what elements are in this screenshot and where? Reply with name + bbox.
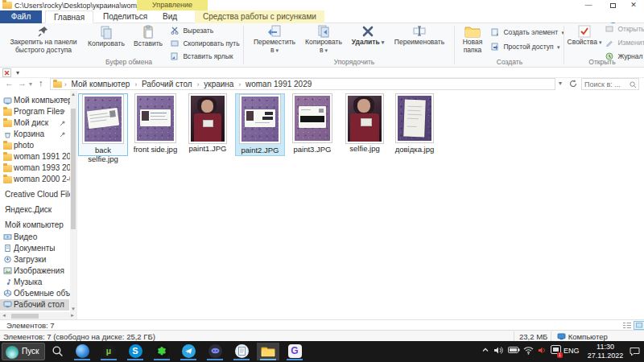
paste-button[interactable]: Вставить: [129, 25, 167, 48]
breadcrumb-item[interactable]: Мой компьютер: [69, 79, 133, 89]
restore-button[interactable]: [602, 0, 623, 10]
sidebar-item-pictures[interactable]: Изображения: [0, 265, 69, 277]
easy-access-button[interactable]: Простой доступ: [491, 43, 560, 51]
copy-path-button[interactable]: Скопировать путь: [171, 39, 240, 47]
file-back-selfie[interactable]: back selfie.jpg: [78, 93, 128, 156]
sidebar-item-recycle-bin[interactable]: Корзина: [0, 129, 69, 140]
file-paint1[interactable]: paint1.JPG: [183, 93, 233, 156]
copy-to-button[interactable]: Копировать в: [299, 25, 348, 54]
taskbar-search-icon[interactable]: [52, 345, 64, 357]
taskbar-app-g[interactable]: G: [283, 343, 306, 360]
sidebar-item-videos[interactable]: Видео: [0, 232, 69, 243]
tab-file[interactable]: Файл: [0, 10, 42, 23]
new-folder-button[interactable]: Новая папка: [457, 25, 488, 54]
taskbar-app-skype[interactable]: S: [124, 343, 147, 360]
action-center-icon[interactable]: [630, 347, 640, 356]
breadcrumb-item[interactable]: woman 1991 2029: [243, 79, 314, 89]
sidebar-item-photo[interactable]: photo: [0, 140, 69, 151]
computer-icon: [557, 333, 566, 340]
taskbar-app-telegram[interactable]: [177, 343, 200, 360]
items-count-full: Элементов: 7 (свободно на диске: 25,2 ГБ…: [3, 332, 155, 341]
notification-app-icon[interactable]: 1: [551, 345, 561, 356]
scroll-left-icon[interactable]: ◄: [1, 313, 7, 318]
taskbar-app-explorer[interactable]: [257, 343, 279, 360]
scroll-right-icon[interactable]: ►: [69, 313, 76, 318]
pin-quick-access-button[interactable]: Закрепить на панели быстрого доступа: [5, 25, 82, 54]
tab-view[interactable]: Вид: [155, 10, 185, 23]
close-button[interactable]: ✕: [623, 0, 644, 10]
sidebar-item-desktop[interactable]: Рабочий стол: [0, 299, 69, 311]
sidebar-vertical-scrollbar[interactable]: ▲ ▼: [70, 91, 76, 312]
scrollbar-thumb[interactable]: [11, 314, 39, 319]
new-item-button[interactable]: Создать элемент: [491, 28, 564, 36]
sidebar-item-woman-1991-2029[interactable]: woman 1991 2029: [0, 151, 69, 162]
copy-button[interactable]: Копировать: [84, 25, 129, 48]
search-input[interactable]: [582, 79, 627, 89]
language-indicator[interactable]: ENG: [564, 347, 580, 362]
details-view-icon[interactable]: [621, 321, 633, 330]
sidebar-item-3d-objects[interactable]: Объемные объекты: [0, 288, 69, 299]
clock-date: 27.11.2022: [584, 352, 626, 360]
rename-button[interactable]: Переименовать: [388, 25, 451, 47]
file-selfie[interactable]: selfie.jpg: [340, 93, 390, 156]
taskbar-app-browser[interactable]: [71, 343, 93, 360]
taskbar-app-icq[interactable]: ✽: [151, 343, 173, 360]
recent-locations-icon[interactable]: ▾: [29, 80, 32, 88]
quick-access-toolbar: ✕ ▾: [0, 68, 644, 78]
sidebar-item-woman-2000-2-026[interactable]: woman 2000 2-026: [0, 174, 69, 185]
file-front-side[interactable]: front side.jpg: [130, 93, 180, 156]
sidebar-item-downloads[interactable]: Загрузки: [0, 254, 69, 265]
volume-icon[interactable]: [493, 346, 504, 355]
scroll-down-icon[interactable]: ▼: [70, 306, 76, 311]
manage-contextual-tab[interactable]: Управление: [137, 0, 208, 10]
refresh-icon[interactable]: [568, 79, 578, 88]
tab-home[interactable]: Главная: [45, 10, 93, 23]
sidebar-horizontal-scrollbar[interactable]: ◄ ►: [0, 312, 76, 319]
wifi-icon[interactable]: [523, 346, 534, 355]
forward-icon[interactable]: →: [18, 78, 27, 88]
battery-icon[interactable]: [508, 346, 520, 354]
breadcrumb-item[interactable]: украина: [201, 79, 236, 89]
sidebar-item-my-computer-pinned[interactable]: Мой компьютер: [0, 95, 69, 106]
sound-app-icon[interactable]: [538, 346, 547, 355]
breadcrumb[interactable]: › Мой компьютер › Рабочий стол › украина…: [50, 78, 555, 90]
breadcrumb-item[interactable]: Рабочий стол: [139, 79, 195, 89]
sidebar-item-woman-1993-2028[interactable]: woman 1993 2028: [0, 162, 69, 174]
sidebar-item-documents[interactable]: Документы: [0, 243, 69, 254]
open-button[interactable]: Открыть: [605, 25, 644, 33]
sidebar-item-my-computer-section[interactable]: Мой компьютер: [0, 220, 69, 231]
minimize-button[interactable]: —: [578, 0, 599, 10]
tab-picture-tools[interactable]: Средства работы с рисунками: [195, 10, 324, 23]
cut-button[interactable]: Вырезать: [171, 27, 213, 35]
sidebar-item-program-files[interactable]: Program Files: [0, 106, 69, 117]
folder-icon: [3, 154, 12, 161]
tray-expand-icon[interactable]: [481, 346, 489, 354]
tab-share[interactable]: Поделиться: [95, 10, 155, 23]
file-name: selfie.jpg: [340, 144, 390, 153]
file-paint3[interactable]: paint3.JPG: [287, 93, 337, 156]
scrollbar-thumb[interactable]: [71, 109, 76, 229]
delete-button[interactable]: Удалить: [349, 25, 386, 47]
file-paint2[interactable]: paint2.JPG: [235, 93, 285, 156]
address-dropdown-icon[interactable]: ▾: [559, 80, 562, 87]
start-button[interactable]: Пуск: [2, 343, 45, 360]
qat-delete-icon[interactable]: ✕: [2, 68, 11, 77]
edit-button[interactable]: Изменить: [605, 39, 644, 47]
clock[interactable]: 11:30 27.11.2022: [584, 343, 626, 362]
sidebar-item-yandex-disk[interactable]: Яндекс.Диск: [0, 204, 69, 216]
taskbar-app-discord[interactable]: [204, 343, 226, 360]
scroll-up-icon[interactable]: ▲: [70, 92, 76, 97]
move-to-button[interactable]: Переместить в: [250, 25, 299, 54]
sidebar-item-creative-cloud-files[interactable]: Creative Cloud Files: [0, 189, 69, 200]
up-icon[interactable]: ↑: [39, 78, 43, 88]
back-icon[interactable]: ←: [5, 78, 14, 88]
thumbnails-view-icon[interactable]: [634, 321, 644, 330]
sidebar-item-music[interactable]: Музыка: [0, 277, 69, 288]
properties-button[interactable]: Свойства: [567, 25, 602, 47]
taskbar-app-notepad[interactable]: [230, 343, 253, 360]
sidebar-item-my-disk[interactable]: Мой диск: [0, 117, 69, 129]
scissors-icon: [171, 27, 179, 35]
qat-dropdown-icon[interactable]: ▾: [16, 69, 19, 76]
taskbar-app-utorrent[interactable]: µ: [97, 343, 120, 360]
file-dovidka[interactable]: довідка.jpg: [390, 93, 440, 156]
